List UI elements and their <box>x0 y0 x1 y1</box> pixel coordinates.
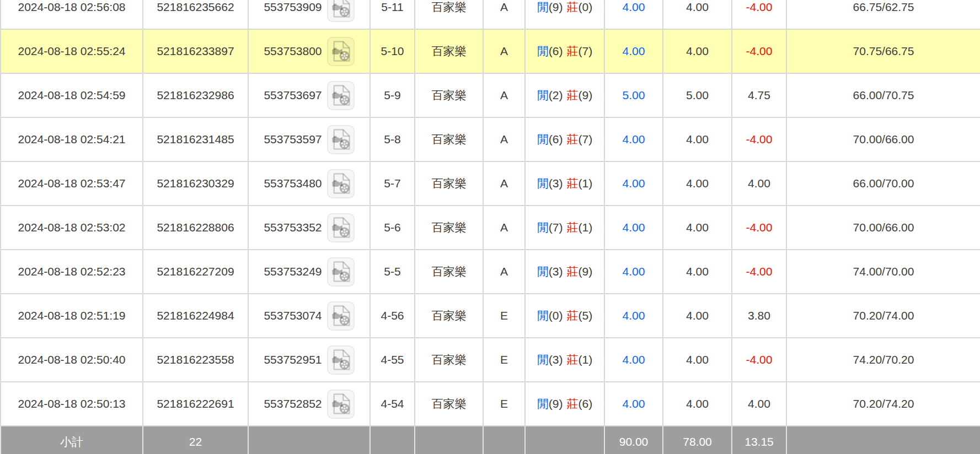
game-id: 553753697 <box>264 89 322 102</box>
banker-label: 莊 <box>567 1 579 13</box>
bet-amount: 5.00 <box>663 73 732 117</box>
bet-amount: 4.00 <box>663 206 732 250</box>
player-label: 閒 <box>537 177 549 190</box>
video-file-icon <box>331 349 350 370</box>
video-replay-button[interactable] <box>327 257 355 287</box>
summary-empty-cell <box>483 426 525 454</box>
banker-points: (9) <box>579 89 593 101</box>
video-file-icon <box>331 129 350 150</box>
balance: 70.00/66.00 <box>786 206 980 250</box>
video-replay-button[interactable] <box>327 0 355 22</box>
video-replay-button[interactable] <box>327 169 355 198</box>
table-name: E <box>483 294 525 338</box>
summary-label: 小計 <box>1 426 143 454</box>
table-name: A <box>483 161 525 206</box>
video-replay-button[interactable] <box>327 37 355 66</box>
game-id-cell: 553753480 <box>248 161 370 206</box>
table-name: A <box>483 73 525 117</box>
game-id-cell: 553753352 <box>248 206 370 250</box>
table-name: A <box>483 0 525 29</box>
video-replay-button[interactable] <box>327 81 355 110</box>
win-loss: 4.00 <box>732 382 786 426</box>
summary-empty-cell <box>370 426 415 454</box>
banker-label: 莊 <box>567 133 579 145</box>
summary-empty-cell <box>525 426 604 454</box>
player-points: (9) <box>549 397 563 410</box>
table-row[interactable]: 2024-08-18 02:54:21 521816231485 5537535… <box>1 117 980 161</box>
game-result: 閒(3)莊(1) <box>525 161 604 206</box>
round-number: 5-5 <box>370 250 415 294</box>
balance: 70.00/66.00 <box>786 117 980 161</box>
bet-id: 521816222691 <box>143 382 248 426</box>
round-number: 4-54 <box>370 382 415 426</box>
banker-points: (5) <box>579 309 593 322</box>
bet-history-table: 2024-08-18 02:56:08 521816235662 5537539… <box>0 0 980 454</box>
summary-bet-amount: 78.00 <box>663 426 732 454</box>
game-name: 百家樂 <box>415 73 483 117</box>
game-result: 閒(9)莊(0) <box>525 0 604 29</box>
table-row[interactable]: 2024-08-18 02:54:59 521816232986 5537536… <box>1 73 980 117</box>
valid-bet: 5.00 <box>604 73 663 117</box>
video-file-icon <box>331 393 350 414</box>
summary-count: 22 <box>143 426 248 454</box>
player-label: 閒 <box>537 397 549 410</box>
table-row[interactable]: 2024-08-18 02:50:40 521816223558 5537529… <box>1 338 980 382</box>
bet-id: 521816228806 <box>143 206 248 250</box>
video-replay-button[interactable] <box>327 125 355 154</box>
game-id: 553753597 <box>264 133 322 146</box>
player-label: 閒 <box>537 45 549 57</box>
banker-points: (7) <box>579 45 593 57</box>
summary-empty-cell <box>248 426 370 454</box>
video-file-icon <box>331 41 350 62</box>
video-replay-button[interactable] <box>327 301 355 331</box>
video-replay-button[interactable] <box>327 213 355 242</box>
table-row[interactable]: 2024-08-18 02:50:13 521816222691 5537528… <box>1 382 980 426</box>
game-id-cell: 553753074 <box>248 294 370 338</box>
valid-bet: 4.00 <box>604 206 663 250</box>
round-number: 4-55 <box>370 338 415 382</box>
table-name: E <box>483 382 525 426</box>
game-id: 553753249 <box>264 265 322 278</box>
game-name: 百家樂 <box>415 29 483 73</box>
game-name: 百家樂 <box>415 0 483 29</box>
game-name: 百家樂 <box>415 338 483 382</box>
bet-amount: 4.00 <box>663 117 732 161</box>
table-row[interactable]: 2024-08-18 02:53:02 521816228806 5537533… <box>1 206 980 250</box>
table-row[interactable]: 2024-08-18 02:56:08 521816235662 5537539… <box>1 0 980 29</box>
bet-amount: 4.00 <box>663 294 732 338</box>
player-label: 閒 <box>537 265 549 278</box>
game-result: 閒(7)莊(1) <box>525 206 604 250</box>
valid-bet: 4.00 <box>604 294 663 338</box>
game-id: 553753352 <box>264 221 322 234</box>
video-replay-button[interactable] <box>327 390 355 419</box>
video-file-icon <box>331 0 350 18</box>
game-result: 閒(9)莊(6) <box>525 382 604 426</box>
balance: 66.75/62.75 <box>786 0 980 29</box>
video-file-icon <box>331 173 350 194</box>
bet-history-body: 2024-08-18 02:56:08 521816235662 5537539… <box>1 0 980 454</box>
round-number: 5-9 <box>370 73 415 117</box>
player-points: (7) <box>549 221 563 234</box>
table-row[interactable]: 2024-08-18 02:55:24 521816233897 5537538… <box>1 29 980 73</box>
bet-time: 2024-08-18 02:56:08 <box>1 0 143 29</box>
video-replay-button[interactable] <box>327 345 355 375</box>
win-loss: 4.00 <box>732 161 786 206</box>
game-id: 553753074 <box>264 309 322 322</box>
game-name: 百家樂 <box>415 250 483 294</box>
summary-row: 小計 22 90.00 78.00 13.15 <box>1 426 980 454</box>
balance: 66.00/70.75 <box>786 73 980 117</box>
win-loss: 3.80 <box>732 294 786 338</box>
table-name: A <box>483 117 525 161</box>
balance: 70.20/74.00 <box>786 294 980 338</box>
table-row[interactable]: 2024-08-18 02:53:47 521816230329 5537534… <box>1 161 980 206</box>
valid-bet: 4.00 <box>604 250 663 294</box>
player-label: 閒 <box>537 309 549 322</box>
valid-bet: 4.00 <box>604 338 663 382</box>
game-result: 閒(6)莊(7) <box>525 117 604 161</box>
bet-time: 2024-08-18 02:54:59 <box>1 73 143 117</box>
banker-points: (1) <box>579 221 593 234</box>
bet-amount: 4.00 <box>663 161 732 206</box>
banker-points: (7) <box>579 133 593 145</box>
table-row[interactable]: 2024-08-18 02:52:23 521816227209 5537532… <box>1 250 980 294</box>
table-row[interactable]: 2024-08-18 02:51:19 521816224984 5537530… <box>1 294 980 338</box>
